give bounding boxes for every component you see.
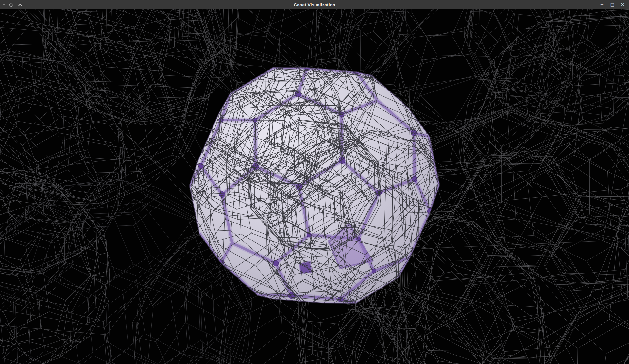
titlebar: Coset Visualization ─ □ ✕ (0, 0, 629, 9)
maximize-button[interactable]: □ (609, 0, 615, 9)
window-title: Coset Visualization (0, 2, 629, 7)
app-window: Coset Visualization ─ □ ✕ (0, 0, 629, 364)
close-button[interactable]: ✕ (620, 0, 626, 9)
chevron-up-icon[interactable] (18, 3, 23, 6)
minimize-button[interactable]: ─ (599, 0, 605, 9)
coset-3d-viewport[interactable] (0, 9, 629, 364)
dot-icon (3, 4, 5, 5)
circle-icon[interactable] (9, 3, 13, 7)
render-area (0, 9, 629, 364)
